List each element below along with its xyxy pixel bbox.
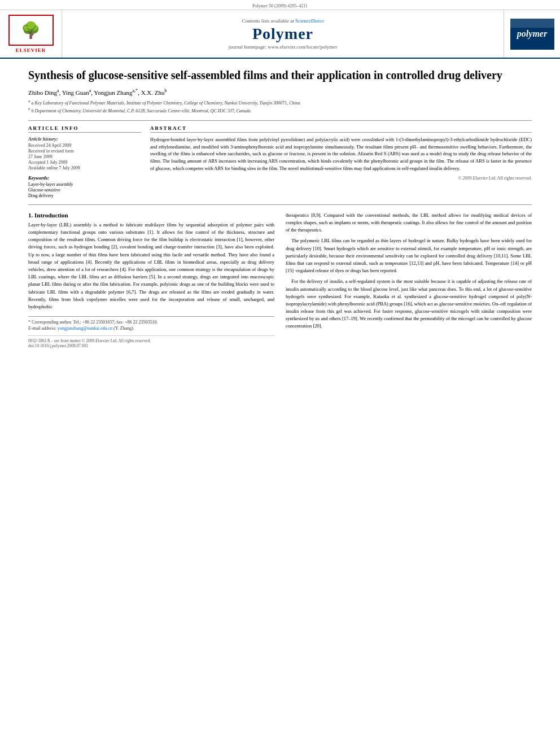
sup-a2: a (89, 88, 91, 93)
issn-line: 0032-3861/$ – see front matter © 2009 El… (28, 338, 274, 343)
journal-header: 🌳 ELSEVIER Contents lists available at S… (0, 10, 560, 59)
elsevier-logo: 🌳 ELSEVIER (0, 10, 62, 58)
kw-dd: Drug delivery (28, 193, 141, 198)
hist-revised-label: Received in revised form (28, 148, 141, 154)
divider-1 (28, 120, 532, 121)
sciencedirect-line: Contents lists available at ScienceDirec… (242, 18, 324, 24)
doi-line: doi:10.1016/j.polymer.2009.07.001 (28, 343, 274, 348)
sup-a1: a (57, 88, 59, 93)
author-zhibo: Zhibo Dinga, Ying Guana, Yongjun Zhanga,… (28, 89, 167, 96)
abstract-text: Hydrogen-bonded layer-by-layer assembled… (150, 136, 532, 172)
footnote-area: * Corresponding author. Tel.: +86 22 235… (28, 316, 274, 331)
abstract-label: ABSTRACT (150, 125, 532, 133)
page: Polymer 50 (2009) 4205–4211 🌳 ELSEVIER C… (0, 0, 560, 747)
polymer-logo-inner: polymer (510, 19, 554, 50)
body-col-left: 1. Introduction Layer-by-layer (LBL) ass… (28, 212, 274, 348)
hist-online: Available online 7 July 2009 (28, 165, 141, 171)
volume-info-bar: Polymer 50 (2009) 4205–4211 (0, 0, 560, 10)
keywords-section: Keywords: Layer-by-layer assembly Glucos… (28, 175, 141, 198)
divider-2 (28, 204, 532, 205)
elsevier-logo-box: 🌳 (8, 15, 54, 46)
footnote-1: * Corresponding author. Tel.: +86 22 235… (28, 320, 274, 325)
polymer-logo-text: polymer (517, 29, 547, 39)
authors-line: Zhibo Dinga, Ying Guana, Yongjun Zhanga,… (28, 88, 532, 96)
elsevier-wordmark: ELSEVIER (16, 47, 46, 53)
hist-accepted: Accepted 1 July 2009 (28, 160, 141, 165)
copyright-line: © 2009 Elsevier Ltd. All rights reserved… (150, 176, 532, 181)
contents-text: Contents lists available at (242, 18, 294, 24)
article-title: Synthesis of glucose-sensitive self-asse… (28, 68, 532, 82)
main-content: Synthesis of glucose-sensitive self-asse… (0, 59, 560, 357)
article-history: Article history: Received 24 April 2009 … (28, 136, 141, 171)
affiliations: a a Key Laboratory of Functional Polymer… (28, 98, 532, 115)
body-text-left: Layer-by-layer (LBL) assembly is a metho… (28, 221, 274, 311)
journal-center: Contents lists available at ScienceDirec… (62, 10, 504, 58)
footer-bottom: 0032-3861/$ – see front matter © 2009 El… (28, 335, 274, 348)
polymer-logo-box: polymer (504, 10, 560, 58)
abstract-col: ABSTRACT Hydrogen-bonded layer-by-layer … (150, 125, 532, 199)
kw-lbl: Layer-by-layer assembly (28, 182, 141, 187)
keywords-label: Keywords: (28, 175, 141, 181)
right-para-1: therapeutics [8,9]. Compared with the co… (286, 212, 532, 234)
body-two-col: 1. Introduction Layer-by-layer (LBL) ass… (28, 212, 532, 348)
sciencedirect-link[interactable]: ScienceDirect (295, 18, 323, 24)
journal-title: Polymer (252, 25, 313, 43)
article-info-col: ARTICLE INFO Article history: Received 2… (28, 125, 141, 199)
right-para-2: The polymeric LBL films can be regarded … (286, 237, 532, 274)
footnote-2: E-mail address: yongjunzhang@nankai.edu.… (28, 326, 274, 331)
article-info-abstract: ARTICLE INFO Article history: Received 2… (28, 125, 532, 199)
volume-info: Polymer 50 (2009) 4205–4211 (252, 3, 308, 8)
kw-gs: Glucose-sensitive (28, 187, 141, 193)
body-text-right: therapeutics [8,9]. Compared with the co… (286, 212, 532, 330)
right-para-3: For the delivery of insulin, a self-regu… (286, 278, 532, 330)
affil-b: b b Department of Chemistry, Université … (28, 106, 532, 115)
hist-revised-date: 27 June 2009 (28, 154, 141, 159)
email-link[interactable]: yongjunzhang@nankai.edu.cn (58, 326, 112, 331)
sup-b1: b (164, 88, 167, 93)
body-col-right: therapeutics [8,9]. Compared with the co… (286, 212, 532, 348)
affil-a: a a Key Laboratory of Functional Polymer… (28, 98, 532, 107)
section1-heading: 1. Introduction (28, 212, 274, 219)
hist-received: Received 24 April 2009 (28, 143, 141, 148)
elsevier-tree-icon: 🌳 (21, 21, 41, 40)
journal-homepage: journal homepage: www.elsevier.com/locat… (229, 44, 337, 50)
article-info-label: ARTICLE INFO (28, 125, 141, 133)
intro-para-1: Layer-by-layer (LBL) assembly is a metho… (28, 221, 274, 311)
history-label: Article history: (28, 136, 141, 142)
sup-a3: a,* (133, 88, 138, 93)
